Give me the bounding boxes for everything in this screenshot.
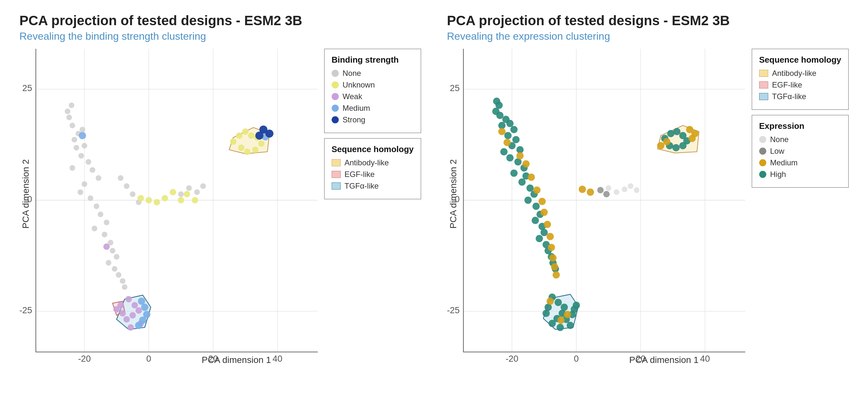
chart1-wrapper: PCA projection of tested designs - ESM2 … — [20, 13, 421, 339]
svg-point-46 — [194, 189, 199, 195]
chart1-legend1-item-strong: Strong — [332, 115, 414, 124]
chart2-legend1-label-egf: EGF-like — [772, 81, 802, 89]
svg-point-111 — [622, 186, 627, 192]
chart1-legend2: Sequence homology Antibody-like EGF-like — [324, 138, 421, 199]
svg-point-34 — [92, 226, 97, 231]
svg-point-152 — [549, 320, 556, 327]
expr-none-dot — [759, 136, 766, 143]
svg-point-53 — [65, 108, 70, 114]
svg-point-171 — [516, 152, 523, 159]
svg-point-73 — [131, 302, 138, 308]
svg-point-72 — [125, 296, 132, 302]
chart1-legend1-label-medium: Medium — [343, 104, 370, 113]
svg-point-45 — [186, 185, 192, 191]
svg-text:0: 0 — [146, 353, 151, 364]
svg-point-118 — [510, 126, 517, 133]
svg-point-56 — [169, 189, 176, 195]
svg-point-184 — [587, 189, 594, 196]
svg-point-166 — [679, 142, 686, 150]
chart1-legend1-label-unknown: Unknown — [343, 81, 375, 89]
chart2-svg: 25 0 -25 -20 0 20 40 — [464, 49, 745, 352]
svg-point-177 — [544, 221, 551, 228]
chart2-plot-legend: 25 0 -25 -20 0 20 40 — [463, 49, 848, 352]
svg-point-170 — [503, 139, 510, 146]
svg-point-30 — [88, 195, 93, 201]
svg-point-71 — [238, 144, 244, 151]
chart1-legend2-item-tgfa: TGFα-like — [332, 182, 414, 190]
svg-point-173 — [528, 174, 535, 181]
svg-point-135 — [531, 217, 538, 224]
svg-point-124 — [506, 154, 514, 161]
svg-point-24 — [86, 159, 91, 165]
svg-point-174 — [533, 186, 540, 194]
svg-point-178 — [547, 233, 554, 240]
chart1-legend2-label-antibody: Antibody-like — [345, 158, 389, 167]
svg-point-27 — [96, 175, 101, 181]
svg-point-137 — [540, 229, 548, 237]
svg-point-31 — [94, 204, 99, 209]
svg-text:40: 40 — [273, 353, 282, 364]
svg-point-61 — [146, 197, 152, 204]
chart2-title: PCA projection of tested designs - ESM2 … — [447, 13, 848, 28]
svg-point-179 — [548, 244, 555, 251]
chart2-legend2-item-none: None — [759, 135, 841, 144]
expr-high-dot — [759, 171, 766, 178]
unknown-dot — [332, 82, 339, 89]
svg-point-169 — [498, 128, 505, 135]
egf-swatch — [332, 171, 341, 178]
chart1-legend1-label-strong: Strong — [343, 115, 366, 124]
svg-point-55 — [162, 195, 168, 202]
svg-point-44 — [178, 191, 184, 197]
chart2-legend2-title: Expression — [759, 121, 841, 131]
expr-medium-dot — [759, 159, 766, 166]
chart1-subtitle: Revealing the binding strength clusterin… — [20, 30, 421, 42]
medium-dot — [332, 104, 339, 112]
svg-point-119 — [504, 132, 512, 140]
svg-point-154 — [567, 321, 574, 329]
svg-point-49 — [124, 183, 129, 189]
chart2-legend-container: Sequence homology Antibody-like EGF-like — [752, 49, 848, 352]
svg-point-79 — [118, 302, 124, 308]
svg-point-191 — [557, 316, 564, 324]
chart1-title: PCA projection of tested designs - ESM2 … — [20, 13, 421, 28]
svg-point-172 — [523, 160, 530, 167]
svg-text:0: 0 — [455, 194, 460, 204]
chart1-legend2-item-egf: EGF-like — [332, 170, 414, 179]
svg-point-54 — [69, 102, 74, 108]
chart1-plot: 25 0 -25 -20 0 20 40 — [35, 49, 318, 352]
chart1-legend2-item-antibody: Antibody-like — [332, 158, 414, 167]
svg-point-25 — [69, 165, 75, 171]
svg-point-88 — [79, 132, 86, 140]
chart1-legend2-label-tgfa: TGFα-like — [345, 182, 379, 190]
chart1-svg: 25 0 -25 -20 0 20 40 — [36, 49, 318, 352]
svg-point-37 — [110, 248, 115, 254]
svg-point-183 — [579, 186, 586, 193]
svg-text:-20: -20 — [78, 353, 91, 364]
svg-point-185 — [657, 142, 664, 150]
svg-point-194 — [603, 191, 610, 197]
svg-point-175 — [538, 197, 546, 205]
chart2-legend1-item-antibody: Antibody-like — [759, 69, 841, 78]
svg-text:20: 20 — [208, 353, 218, 364]
expr-low-dot — [759, 148, 766, 155]
svg-point-21 — [73, 145, 79, 151]
svg-point-50 — [130, 191, 135, 197]
svg-point-120 — [513, 136, 520, 144]
chart2-x-axis-label: PCA dimension 1 — [479, 355, 848, 365]
svg-point-84 — [141, 304, 148, 311]
svg-point-76 — [123, 316, 130, 322]
svg-point-22 — [79, 153, 84, 159]
svg-point-110 — [614, 189, 619, 195]
chart1-x-axis-label: PCA dimension 1 — [52, 355, 421, 365]
svg-point-181 — [551, 263, 558, 271]
svg-point-87 — [135, 321, 142, 329]
svg-point-75 — [129, 312, 136, 318]
svg-point-180 — [549, 254, 556, 262]
svg-point-160 — [572, 302, 580, 309]
svg-point-19 — [72, 137, 77, 143]
svg-point-64 — [236, 132, 243, 139]
svg-point-40 — [112, 266, 117, 272]
chart2-legend2-label-high: High — [770, 170, 786, 179]
charts-container: PCA projection of tested designs - ESM2 … — [20, 13, 848, 339]
svg-point-42 — [120, 278, 125, 284]
